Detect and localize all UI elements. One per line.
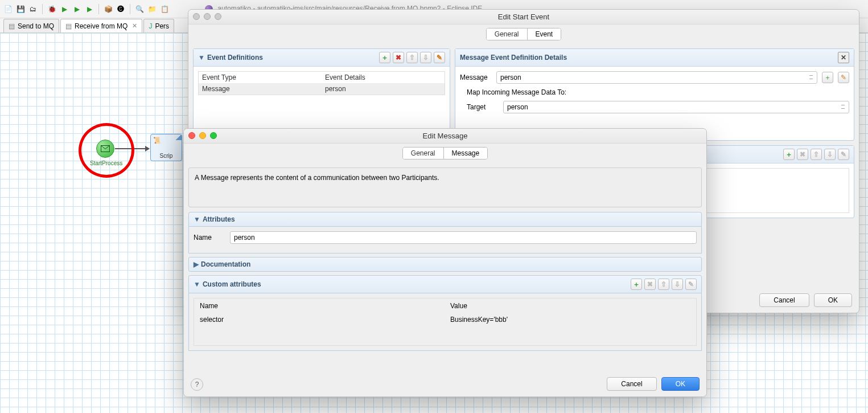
message-event-details-group: Message Event Definition Details ✕ Messa… [455, 48, 854, 141]
move-down-button[interactable]: ⇩ [420, 52, 431, 63]
close-window-icon[interactable] [193, 13, 200, 20]
disclosure-icon: ▶ [194, 260, 199, 268]
close-panel-icon[interactable]: ✕ [838, 52, 849, 63]
event-definitions-table[interactable]: Event Type Event Details Message person [198, 71, 445, 95]
tab-event[interactable]: Event [527, 28, 561, 40]
section-heading[interactable]: ▼Attributes [188, 212, 702, 227]
debug-icon[interactable]: 🐞 [47, 5, 56, 14]
group-title: Message Event Definition Details [460, 54, 567, 62]
group-body: Message person ＋ ✎ Map Incoming Message … [455, 67, 854, 122]
editor-tab-person[interactable]: J Pers [143, 19, 174, 32]
event-definitions-group: ▼Event Definitions ＋ ✖ ⇧ ⇩ ✎ Event Type … [193, 48, 450, 141]
move-up-button[interactable]: ⇧ [658, 279, 669, 290]
zoom-window-icon[interactable] [215, 13, 221, 20]
combo-value: person [507, 103, 528, 111]
help-button[interactable]: ? [191, 378, 203, 391]
dialog-title: Edit Message [423, 132, 468, 140]
message-label: Message [460, 73, 492, 81]
custom-attributes-table[interactable]: Name Value selector BusinessKey='bbb' [194, 298, 697, 346]
add-button[interactable]: ＋ [631, 279, 642, 290]
section-heading[interactable]: ▶Documentation [188, 257, 702, 272]
remove-button[interactable]: ✖ [393, 52, 404, 63]
cancel-button[interactable]: Cancel [607, 377, 656, 391]
tab-message[interactable]: Message [443, 148, 488, 159]
group-heading: Message Event Definition Details ✕ [455, 49, 854, 67]
group-title: Event Definitions [207, 54, 263, 62]
minimise-window-icon[interactable] [204, 13, 211, 20]
tab-general[interactable]: General [487, 28, 527, 40]
zoom-window-icon[interactable] [210, 132, 217, 139]
editor-tab-receive-from-mq[interactable]: ▤ Receive from MQ ✕ [60, 19, 142, 32]
cell-event-details: person [322, 83, 445, 95]
run-icon[interactable]: ▶ [60, 5, 69, 14]
script-task-node[interactable]: 📜 Scrip [150, 134, 182, 161]
dialog-titlebar[interactable]: Edit Start Event [188, 10, 859, 24]
col-name: Name [195, 300, 445, 312]
map-label: Map Incoming Message Data To: [460, 88, 849, 96]
combo-value: person [500, 73, 521, 81]
name-label: Name [194, 234, 225, 242]
tab-general[interactable]: General [403, 148, 443, 159]
table-row[interactable]: Message person [199, 83, 445, 95]
move-up-button[interactable]: ⇧ [811, 149, 822, 160]
move-down-button[interactable]: ⇩ [672, 279, 683, 290]
remove-button[interactable]: ✖ [644, 279, 656, 290]
group-body: Event Type Event Details Message person [194, 67, 450, 100]
move-down-button[interactable]: ⇩ [824, 149, 836, 160]
search-icon[interactable]: 🔍 [135, 5, 144, 14]
close-window-icon[interactable] [188, 132, 195, 139]
remove-button[interactable]: ✖ [797, 149, 808, 160]
tab-label: Receive from MQ [75, 22, 127, 30]
group-heading[interactable]: ▼Event Definitions ＋ ✖ ⇧ ⇩ ✎ [194, 49, 450, 67]
open-task-icon[interactable]: 📋 [160, 5, 169, 14]
dialog-footer: Cancel OK [607, 377, 700, 391]
description-panel: A Message represents the content of a co… [188, 167, 702, 207]
editor-tab-send-to-mq[interactable]: ▤ Send to MQ [3, 19, 59, 32]
sequence-flow[interactable] [115, 148, 149, 149]
disclosure-icon: ▼ [194, 215, 200, 223]
new-icon[interactable]: 📄 [3, 5, 13, 14]
tab-label: Pers [155, 22, 169, 30]
edit-button[interactable]: ✎ [685, 279, 697, 290]
section-heading[interactable]: ▼Custom attributes ＋ ✖ ⇧ ⇩ ✎ [188, 275, 702, 293]
envelope-icon [101, 145, 110, 152]
package-icon[interactable]: 📦 [104, 5, 113, 14]
custom-attributes-section: ▼Custom attributes ＋ ✖ ⇧ ⇩ ✎ Name Value … [188, 275, 702, 351]
col-event-details: Event Details [322, 72, 445, 84]
start-event-node[interactable] [96, 140, 114, 158]
script-icon: 📜 [153, 137, 161, 144]
ok-button[interactable]: OK [814, 293, 852, 307]
edit-message-button[interactable]: ✎ [838, 72, 849, 83]
table-row[interactable]: selector BusinessKey='bbb' [195, 313, 695, 326]
coverage-icon[interactable]: ▶ [85, 5, 94, 14]
bpmn-icon: ▤ [65, 22, 72, 30]
minimise-window-icon[interactable] [199, 132, 206, 139]
add-message-button[interactable]: ＋ [822, 72, 833, 83]
dogear-icon [176, 134, 182, 140]
save-all-icon[interactable]: 🗂 [28, 5, 38, 14]
target-combo[interactable]: person [503, 101, 849, 113]
add-button[interactable]: ＋ [379, 52, 390, 63]
cancel-button[interactable]: Cancel [759, 293, 809, 307]
window-controls [188, 132, 217, 139]
section-body: Name Value selector BusinessKey='bbb' [188, 293, 702, 351]
add-button[interactable]: ＋ [783, 149, 795, 160]
dialog-tabs: General Event [486, 28, 561, 40]
section-title: Attributes [203, 215, 235, 223]
documentation-section: ▶Documentation [188, 257, 702, 272]
toolbar-separator [42, 4, 43, 14]
close-tab-icon[interactable]: ✕ [132, 22, 137, 30]
save-icon[interactable]: 💾 [16, 5, 25, 14]
name-input[interactable]: person [230, 231, 697, 244]
run-last-icon[interactable]: ▶ [72, 5, 81, 14]
toolbar-separator [130, 4, 130, 14]
ok-button[interactable]: OK [661, 377, 700, 391]
dialog-titlebar[interactable]: Edit Message [184, 129, 706, 144]
edit-button[interactable]: ✎ [434, 52, 445, 63]
open-type-icon[interactable]: 📁 [147, 5, 157, 14]
class-icon[interactable]: 🅒 [116, 5, 125, 14]
message-combo[interactable]: person [496, 71, 817, 84]
input-value: person [234, 234, 255, 242]
edit-button[interactable]: ✎ [838, 149, 849, 160]
move-up-button[interactable]: ⇧ [406, 52, 418, 63]
